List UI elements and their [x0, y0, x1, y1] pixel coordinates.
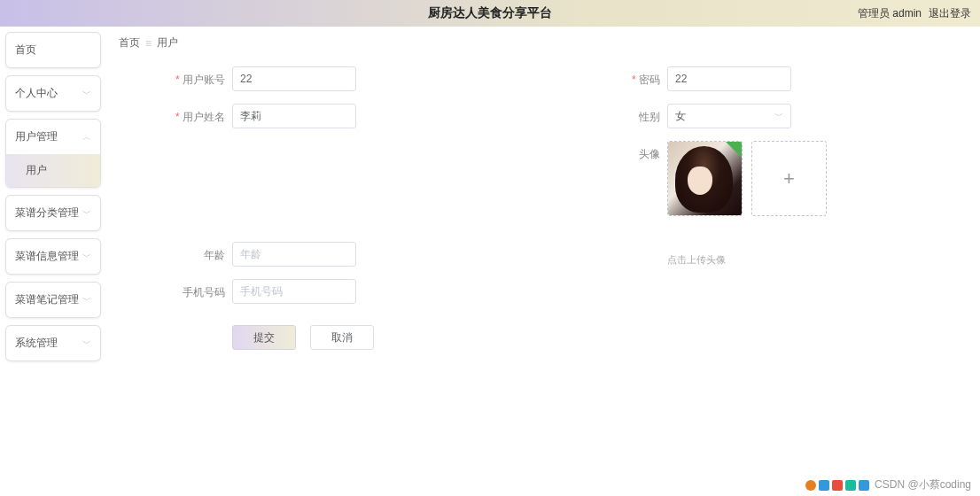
chevron-down-icon: ﹀	[82, 251, 91, 263]
watermark-icons	[805, 480, 869, 491]
page-title: 厨房达人美食分享平台	[428, 5, 552, 21]
cancel-button[interactable]: 取消	[310, 325, 374, 350]
sidebar-subitem-user[interactable]: 用户	[6, 154, 100, 187]
content: 首页 ≡ 用户 用户账号 用户姓名 年龄 手机号码	[106, 27, 980, 496]
logout-link[interactable]: 退出登录	[929, 6, 971, 21]
sidebar-item-recipe[interactable]: 菜谱信息管理 ﹀	[6, 239, 100, 274]
chevron-down-icon: ﹀	[82, 88, 91, 100]
field-password: 密码	[580, 66, 962, 91]
label-account: 用户账号	[145, 66, 225, 88]
main-layout: 首页 个人中心 ﹀ 用户管理 ︿ 用户 菜谱分类管理 ﹀ 菜谱信息管理	[0, 27, 980, 496]
breadcrumb: 首页 ≡ 用户	[119, 35, 962, 50]
sidebar-item-label: 首页	[15, 43, 36, 58]
chevron-down-icon: ﹀	[82, 294, 91, 306]
sidebar-item-system[interactable]: 系统管理 ﹀	[6, 326, 100, 360]
sidebar-item-profile[interactable]: 个人中心 ﹀	[6, 76, 100, 111]
label-gender: 性别	[580, 104, 660, 125]
form-left-column: 用户账号 用户姓名 年龄 手机号码 提交 取消	[145, 66, 527, 350]
breadcrumb-root[interactable]: 首页	[119, 35, 140, 50]
submit-button[interactable]: 提交	[232, 325, 296, 350]
field-avatar: 头像 +	[580, 141, 962, 216]
label-password: 密码	[580, 66, 660, 88]
avatar-row: +	[667, 141, 827, 216]
user-role-label: 管理员 admin	[858, 6, 922, 21]
field-age: 年龄	[145, 242, 527, 267]
phone-input[interactable]	[232, 279, 356, 304]
sidebar-item-home[interactable]: 首页	[6, 33, 100, 67]
chevron-down-icon: ﹀	[774, 110, 783, 122]
sidebar-item-label: 菜谱笔记管理	[15, 292, 79, 307]
top-header: 厨房达人美食分享平台 管理员 admin 退出登录	[0, 0, 980, 27]
form-actions: 提交 取消	[232, 325, 527, 350]
breadcrumb-sep-icon: ≡	[145, 37, 152, 50]
field-gender: 性别 女 ﹀	[580, 104, 962, 128]
form: 用户账号 用户姓名 年龄 手机号码 提交 取消	[119, 66, 962, 350]
gender-select[interactable]: 女 ﹀	[667, 104, 791, 128]
avatar-preview[interactable]	[667, 141, 743, 216]
label-age: 年龄	[145, 242, 225, 263]
sidebar-item-label: 菜谱分类管理	[15, 205, 79, 221]
name-input[interactable]	[232, 104, 356, 128]
upload-avatar-button[interactable]: +	[751, 141, 827, 216]
sidebar: 首页 个人中心 ﹀ 用户管理 ︿ 用户 菜谱分类管理 ﹀ 菜谱信息管理	[0, 27, 106, 496]
wm-icon	[859, 480, 869, 491]
chevron-up-icon: ︿	[82, 131, 91, 143]
sidebar-item-user-manage[interactable]: 用户管理 ︿	[6, 120, 100, 154]
avatar-hint: 点击上传头像	[667, 253, 962, 267]
sidebar-item-label: 用户管理	[15, 129, 58, 144]
field-account: 用户账号	[145, 66, 527, 91]
label-avatar: 头像	[580, 141, 660, 162]
sidebar-item-label: 系统管理	[15, 336, 58, 351]
breadcrumb-current: 用户	[157, 35, 178, 50]
label-phone: 手机号码	[145, 279, 225, 300]
age-input[interactable]	[232, 242, 356, 267]
label-name: 用户姓名	[145, 104, 225, 125]
password-input[interactable]	[667, 66, 791, 91]
sidebar-item-label: 个人中心	[15, 86, 58, 101]
watermark: CSDN @小蔡coding	[805, 477, 971, 492]
sidebar-item-notes[interactable]: 菜谱笔记管理 ﹀	[6, 283, 100, 317]
form-right-column: 密码 性别 女 ﹀ 头像	[580, 66, 962, 350]
wm-icon	[805, 480, 816, 491]
gender-value: 女	[675, 109, 686, 124]
wm-icon	[845, 480, 856, 491]
sidebar-item-category[interactable]: 菜谱分类管理 ﹀	[6, 196, 100, 230]
watermark-text: CSDN @小蔡coding	[875, 477, 971, 492]
wm-icon	[819, 480, 829, 491]
chevron-down-icon: ﹀	[82, 207, 91, 220]
success-corner-icon	[726, 142, 742, 158]
sidebar-item-label: 菜谱信息管理	[15, 249, 79, 264]
wm-icon	[832, 480, 843, 491]
header-right: 管理员 admin 退出登录	[858, 6, 971, 21]
field-phone: 手机号码	[145, 279, 527, 304]
plus-icon: +	[783, 167, 795, 190]
chevron-down-icon: ﹀	[82, 337, 91, 350]
account-input[interactable]	[232, 66, 356, 91]
field-name: 用户姓名	[145, 104, 527, 128]
